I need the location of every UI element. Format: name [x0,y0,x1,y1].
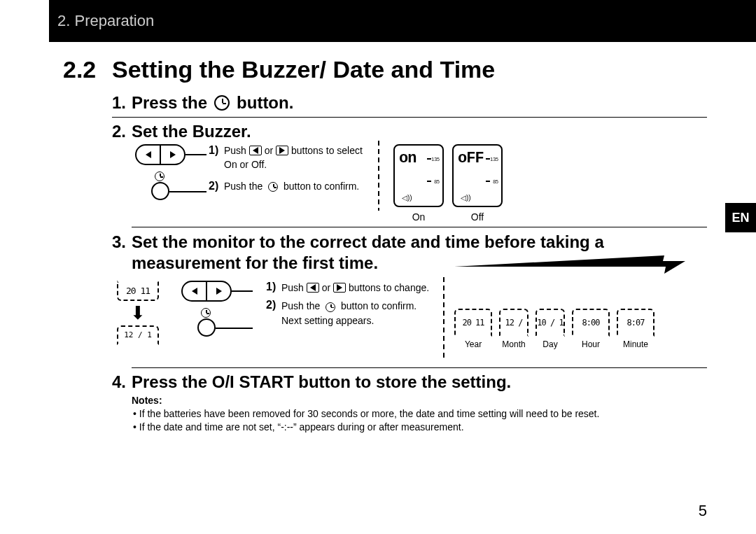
arrow-buttons-diagram [132,144,209,207]
lead-line [186,154,206,155]
tick-85: 85 [493,179,498,184]
substep-2-number: 2) [209,180,224,194]
divider [132,227,707,227]
substep-1-number: 1) [209,144,224,171]
clock-icon [155,171,164,181]
triangle-left-icon [249,146,262,155]
vertical-divider [443,277,444,358]
step-4-number: 4. [112,372,132,392]
section-title: Setting the Buzzer/ Date and Time [112,56,495,83]
clock-button-outline [151,182,169,200]
timeline-day-label: Day [542,339,557,349]
timeline-month-label: Month [502,339,525,349]
display-on-value: on [399,150,416,167]
step-4-text: Press the O/I START button to store the … [132,372,511,392]
year-before: 20 11 [117,281,159,301]
timeline-year-label: Year [465,339,482,349]
note-2: If the date and time are not set, “-:--”… [133,421,707,434]
display-off-value: oFF [458,150,484,167]
timeline-hour-box: 8:00 [572,309,610,337]
note-1: If the batteries have been removed for 3… [133,407,707,421]
substep-2-number: 2) [266,299,281,328]
chapter-header: 2. Preparation [49,0,756,42]
notes-block: Notes: If the batteries have been remove… [132,395,707,434]
clock-icon [326,302,335,312]
step-2: 2. Set the Buzzer. [112,122,707,141]
substep-1-text: Push or buttons to select On or Off. [224,144,371,171]
notes-title: Notes: [132,395,707,406]
display-off: oFF 135 85 ◁)) Off [452,144,503,223]
tick-85: 85 [434,179,440,184]
step-1-number: 1. [112,93,132,113]
clock-icon [201,308,211,318]
timeline-month-box: 12 / [499,309,528,337]
triangle-left-icon [146,151,151,158]
step-1-pre: Press the [132,93,207,113]
substep-1-text: Push or buttons to change. [281,281,429,295]
vertical-divider [378,141,379,211]
page-number: 5 [699,502,707,520]
year-change-diagram: 20 11 ⬇ 12 / 1 [112,281,164,345]
divider [112,117,707,118]
timeline-minute-box: 8:07 [617,309,654,337]
lead-line [216,328,253,329]
display-off-label: Off [471,211,484,223]
left-right-button [181,281,232,302]
timeline-minute-label: Minute [623,339,648,349]
substep-2-text: Push the button to confirm. Next setting… [281,299,439,328]
substep-2-text: Push the button to confirm. [224,180,359,194]
triangle-right-icon [170,151,176,158]
tick-135: 135 [490,157,498,162]
step-2-text: Set the Buzzer. [132,122,251,141]
display-on: on 135 85 ◁)) On [393,144,444,223]
triangle-left-icon [307,283,319,293]
year-after: 12 / 1 [117,325,159,346]
step-2-detail: 1) Push or buttons to select On or Off. … [132,144,707,223]
sound-icon: ◁)) [402,194,412,202]
lead-line [169,191,206,192]
down-arrow-icon: ⬇ [130,302,146,324]
timeline-day-box: 10 / 1 [536,309,565,337]
step-3-detail: 20 11 ⬇ 12 / 1 [112,281,707,358]
datetime-timeline: 20 11 Year 12 / Month 10 / 1 Day 8:00 [454,309,654,349]
timeline-hour-label: Hour [582,339,600,349]
triangle-right-icon [333,283,346,293]
step-2-number: 2. [112,122,132,141]
tick-135: 135 [431,157,440,162]
lead-line [232,290,253,292]
triangle-right-icon [276,146,288,155]
progress-arrow-icon [454,254,685,275]
breadcrumb: 2. Preparation [57,12,154,30]
step-1-post: button. [237,93,293,113]
sound-icon: ◁)) [461,194,471,202]
left-right-button [135,144,186,165]
step-2-substeps: 1) Push or buttons to select On or Off. … [209,144,371,202]
section-heading: 2.2 Setting the Buzzer/ Date and Time [63,56,707,83]
clock-button-outline [197,318,216,337]
substep-1-number: 1) [266,281,281,295]
display-on-label: On [412,211,426,223]
arrow-buttons-diagram [178,281,255,344]
section-number: 2.2 [63,56,112,83]
triangle-left-icon [192,288,197,295]
svg-marker-0 [454,255,685,274]
clock-icon [214,95,230,111]
step-3-number: 3. [112,232,132,253]
step-1: 1. Press the button. [112,93,707,113]
divider [132,367,707,368]
triangle-right-icon [216,288,222,295]
step-3-substeps: 1) Push or buttons to change. 2) Push th… [266,281,439,332]
timeline-year-box: 20 11 [454,309,492,337]
step-4: 4. Press the O/I START button to store t… [112,372,707,392]
clock-icon [268,182,278,192]
